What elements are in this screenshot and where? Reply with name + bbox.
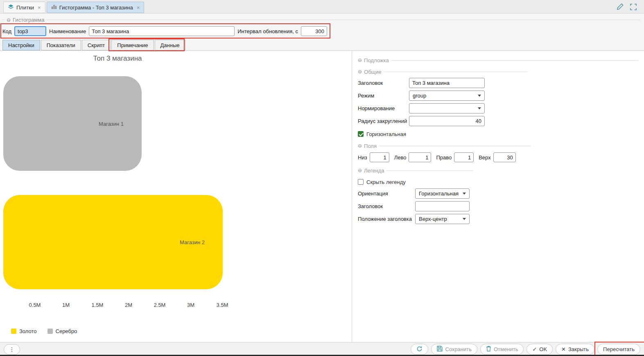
group-header-legend: ⊖ Легенда [358, 167, 638, 174]
tab-data[interactable]: Данные [155, 40, 185, 50]
interval-label: Интервал обновления, с [237, 28, 298, 34]
button-label: Пересчитать [603, 346, 635, 352]
legend-item-silver[interactable]: Серебро [47, 328, 77, 334]
tab-label: Данные [160, 42, 180, 48]
chevron-down-icon [478, 107, 481, 109]
mode-select[interactable]: group [409, 91, 485, 101]
margin-top-label: Верх [479, 154, 491, 161]
horizontal-checkbox[interactable] [358, 131, 364, 137]
tab-label: Настройки [8, 42, 34, 48]
button-label: Сохранить [445, 346, 472, 352]
x-tick: 3.5M [210, 302, 235, 308]
histogram-form: ⊖ Гистограмма Код Наименование Интервал … [0, 14, 644, 40]
chevron-down-icon [463, 218, 466, 220]
collapse-icon[interactable]: ⊖ [358, 69, 362, 74]
name-input[interactable] [89, 26, 235, 36]
chart-title: Топ 3 магазина [0, 54, 235, 63]
collapse-icon[interactable]: ⊖ [358, 58, 362, 63]
select-value: Верх-центр [419, 216, 447, 222]
margin-bottom-input[interactable] [370, 152, 389, 162]
legend-swatch-gold [11, 329, 16, 334]
tab-label: Примечание [117, 42, 148, 48]
chart-legend: Золото Серебро [11, 328, 77, 334]
ok-button[interactable]: ✓ OK [526, 344, 553, 355]
group-title: Гистограмма [13, 17, 44, 23]
tab-histogram[interactable]: Гистограмма - Топ 3 магазина × [47, 2, 145, 13]
check-icon: ✓ [532, 346, 537, 352]
tab-indicators[interactable]: Показатели [41, 40, 81, 50]
bar-shop2: Магазин 2 [3, 195, 223, 289]
margins-row: Низ Лево Право Верх [358, 152, 638, 163]
legend-title-position-select[interactable]: Верх-центр [415, 214, 470, 224]
cancel-button[interactable]: Отменить [480, 344, 524, 355]
chevron-down-icon [478, 95, 481, 97]
hide-legend-checkbox[interactable] [358, 179, 364, 185]
x-tick: 3M [179, 302, 203, 308]
close-icon[interactable]: × [137, 5, 140, 11]
margin-right-input[interactable] [454, 152, 474, 162]
interval-input[interactable] [301, 26, 327, 36]
save-icon [437, 346, 443, 353]
x-tick: 1M [54, 302, 78, 308]
group-header-backdrop: ⊖ Подложка [358, 57, 638, 64]
group-title: Легенда [364, 168, 384, 174]
more-button[interactable]: ⋮ [4, 344, 20, 355]
legend-label: Золото [19, 328, 37, 334]
close-button[interactable]: ✕ Закрыть [556, 344, 594, 355]
name-label: Наименование [49, 28, 86, 34]
group-header-histogram: ⊖ Гистограмма [2, 17, 641, 23]
legend-orientation-label: Ориентация [358, 190, 415, 197]
group-header-margins: ⊖ Поля [358, 142, 638, 150]
bar-label: Магазин 1 [99, 120, 124, 127]
collapse-icon[interactable]: ⊖ [358, 168, 362, 173]
tab-tiles[interactable]: Плитки × [3, 2, 45, 13]
hide-legend-checkbox-label: Скрыть легенду [366, 179, 406, 185]
x-tick: 2M [116, 302, 141, 308]
pencil-icon[interactable] [617, 3, 624, 10]
bar-shop1: Магазин 1 [3, 76, 142, 171]
legend-title-position-label: Положение заголовка [358, 216, 415, 222]
normalization-label: Нормирование [358, 105, 409, 111]
footer-toolbar: ⋮ Сохранить [0, 342, 644, 356]
code-input[interactable] [14, 26, 46, 36]
fullscreen-icon[interactable] [630, 4, 637, 10]
tiles-icon [8, 4, 14, 11]
select-value: Горизонтальная [419, 190, 459, 197]
legend-orientation-select[interactable]: Горизонтальная [415, 188, 470, 199]
corner-radius-input[interactable] [409, 116, 485, 126]
normalization-select[interactable] [409, 103, 485, 113]
app-window: Плитки × Гистограмма - Топ 3 магазина × [0, 0, 644, 356]
x-tick: 1.5M [85, 302, 110, 308]
refresh-button[interactable] [411, 344, 428, 355]
margin-top-input[interactable] [493, 152, 516, 162]
group-title: Общие [364, 69, 382, 75]
tab-note[interactable]: Примечание [111, 40, 154, 50]
legend-item-gold[interactable]: Золото [11, 328, 37, 334]
button-label: Закрыть [568, 346, 589, 352]
x-tick: 0.5M [23, 302, 47, 308]
legend-title-input[interactable] [415, 201, 470, 211]
refresh-icon [416, 346, 423, 353]
chart-preview: Топ 3 магазина Магазин 1 Магазин 2 0.5M … [0, 51, 352, 342]
margin-bottom-label: Низ [358, 154, 367, 161]
chevron-down-icon [463, 193, 466, 195]
settings-tabstrip: Настройки Показатели Скрипт Примечание Д… [0, 40, 644, 51]
recalculate-button[interactable]: Пересчитать [597, 344, 640, 355]
x-axis: 0.5M 1M 1.5M 2M 2.5M 3M 3.5M [0, 302, 237, 310]
code-label: Код [2, 28, 11, 34]
horizontal-checkbox-label: Горизонтальная [366, 131, 406, 137]
close-icon[interactable]: × [38, 5, 41, 11]
button-label: Отменить [494, 346, 518, 352]
legend-swatch-silver [47, 329, 53, 334]
save-button[interactable]: Сохранить [431, 344, 477, 355]
tab-label: Скрипт [88, 42, 105, 48]
tab-settings[interactable]: Настройки [2, 40, 40, 50]
tab-script[interactable]: Скрипт [82, 40, 111, 50]
chart-title-input[interactable] [409, 78, 485, 88]
margin-right-label: Право [436, 154, 452, 161]
chart-title-label: Заголовок [358, 80, 409, 86]
collapse-icon[interactable]: ⊖ [7, 18, 11, 23]
margin-left-input[interactable] [409, 152, 431, 162]
collapse-icon[interactable]: ⊖ [358, 143, 362, 148]
group-title: Подложка [364, 57, 389, 63]
